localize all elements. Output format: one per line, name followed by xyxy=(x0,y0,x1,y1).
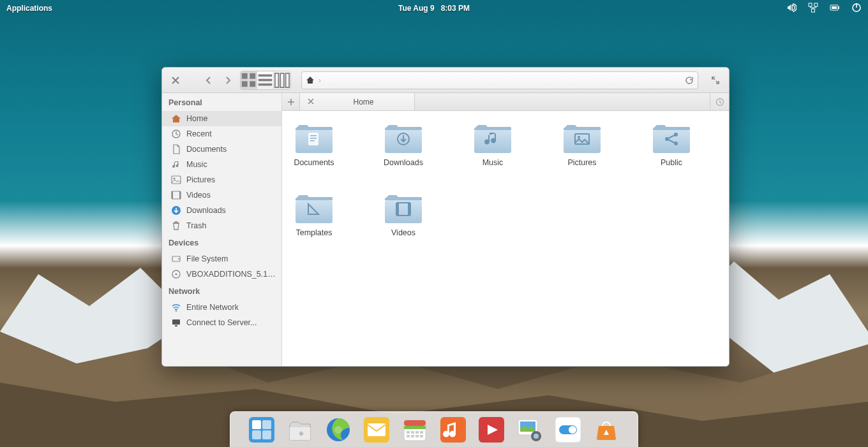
svg-rect-31 xyxy=(175,325,177,326)
view-icons-button[interactable] xyxy=(241,71,257,89)
sidebar-item-drive[interactable]: File System xyxy=(162,251,281,267)
svg-point-28 xyxy=(176,274,177,275)
dock xyxy=(230,411,638,447)
downloads-icon xyxy=(171,205,181,216)
view-list-button[interactable] xyxy=(257,71,274,89)
svg-point-43 xyxy=(578,136,580,138)
sidebar-item-wifi[interactable]: Entire Network xyxy=(162,300,281,315)
svg-rect-48 xyxy=(296,200,333,223)
refresh-button[interactable] xyxy=(685,76,694,87)
folder-pictures[interactable]: Pictures xyxy=(557,122,608,167)
dock-mail[interactable] xyxy=(363,416,391,444)
svg-rect-11 xyxy=(250,81,255,87)
folder-label: Downloads xyxy=(384,158,423,167)
path-home-crumb[interactable] xyxy=(306,76,315,85)
svg-rect-63 xyxy=(404,420,426,426)
document-icon xyxy=(171,144,181,154)
back-button[interactable] xyxy=(202,71,216,89)
power-icon[interactable] xyxy=(851,3,862,15)
svg-rect-13 xyxy=(258,79,272,82)
sidebar-item-label: Pictures xyxy=(186,175,215,184)
svg-rect-52 xyxy=(408,203,410,216)
svg-point-78 xyxy=(534,434,539,439)
view-columns-button[interactable] xyxy=(274,71,290,89)
clock[interactable]: Tue Aug 9 8:03 PM xyxy=(398,4,470,13)
svg-rect-0 xyxy=(809,3,812,6)
dock-photos[interactable] xyxy=(516,416,544,444)
tab-history-button[interactable] xyxy=(710,93,729,110)
new-tab-button[interactable] xyxy=(282,93,300,110)
trash-icon xyxy=(171,221,181,231)
battery-icon[interactable] xyxy=(830,3,840,15)
svg-rect-68 xyxy=(420,431,423,434)
monitor-icon xyxy=(171,318,181,328)
maximize-button[interactable] xyxy=(708,71,722,89)
sidebar-item-home[interactable]: Home xyxy=(162,111,281,126)
close-button[interactable] xyxy=(168,71,183,89)
sidebar-item-label: File System xyxy=(186,254,228,263)
svg-rect-4 xyxy=(838,6,839,9)
sidebar-item-disc[interactable]: VBOXADDITIONS_5.1.2... xyxy=(162,267,281,282)
svg-rect-71 xyxy=(415,435,419,437)
svg-rect-51 xyxy=(396,203,399,216)
dock-appcenter[interactable] xyxy=(592,416,620,444)
svg-rect-64 xyxy=(404,426,426,429)
folder-grid[interactable]: DocumentsDownloadsMusicPicturesPublicTem… xyxy=(282,111,729,366)
svg-point-59 xyxy=(334,426,342,434)
sidebar-item-trash[interactable]: Trash xyxy=(162,218,281,233)
folder-templates[interactable]: Templates xyxy=(288,193,340,237)
sidebar-item-label: Music xyxy=(186,160,207,169)
sidebar-item-downloads[interactable]: Downloads xyxy=(162,203,281,218)
folder-label: Videos xyxy=(391,228,415,237)
dock-browser[interactable] xyxy=(324,416,352,444)
dock-files[interactable] xyxy=(286,416,314,444)
dock-videos[interactable] xyxy=(477,416,505,444)
sidebar-item-monitor[interactable]: Connect to Server... xyxy=(162,315,281,330)
sidebar-item-label: Recent xyxy=(186,129,212,138)
sidebar-item-label: Videos xyxy=(186,191,211,200)
network-icon[interactable] xyxy=(808,3,818,15)
sidebar-header-personal: Personal xyxy=(162,93,281,111)
sidebar-item-videos[interactable]: Videos xyxy=(162,187,281,203)
folder-videos[interactable]: Videos xyxy=(378,193,429,237)
dock-music[interactable] xyxy=(439,416,467,444)
folder-music[interactable]: Music xyxy=(467,122,518,167)
svg-rect-23 xyxy=(179,191,181,199)
svg-rect-57 xyxy=(262,430,271,439)
dock-calendar[interactable] xyxy=(401,416,429,444)
svg-rect-22 xyxy=(172,191,173,199)
sidebar-item-label: Trash xyxy=(186,221,207,230)
svg-rect-19 xyxy=(172,176,181,184)
folder-label: Templates xyxy=(296,228,333,237)
folder-label: Pictures xyxy=(567,158,596,167)
svg-rect-1 xyxy=(814,3,818,6)
forward-button[interactable] xyxy=(221,71,235,89)
close-tab-button[interactable] xyxy=(308,98,314,106)
sidebar-item-document[interactable]: Documents xyxy=(162,142,281,157)
sidebar-item-label: Downloads xyxy=(186,206,226,215)
videos-icon xyxy=(171,190,181,200)
folder-documents[interactable]: Documents xyxy=(288,122,340,167)
svg-rect-2 xyxy=(812,9,815,12)
sidebar-item-pictures[interactable]: Pictures xyxy=(162,172,281,187)
folder-label: Documents xyxy=(294,158,334,167)
folder-public[interactable]: Public xyxy=(646,122,697,167)
applications-menu[interactable]: Applications xyxy=(6,4,52,13)
wifi-icon xyxy=(171,302,181,312)
svg-rect-14 xyxy=(258,84,272,86)
top-panel: Applications Tue Aug 9 8:03 PM xyxy=(0,0,868,17)
folder-downloads[interactable]: Downloads xyxy=(378,122,429,167)
tab-home[interactable]: Home xyxy=(300,93,415,110)
volume-icon[interactable] xyxy=(786,3,797,15)
sidebar-item-music[interactable]: Music xyxy=(162,157,281,172)
dock-settings[interactable] xyxy=(554,416,582,444)
dock-multitasking[interactable] xyxy=(248,416,276,444)
pathbar[interactable]: › xyxy=(301,71,698,89)
svg-rect-55 xyxy=(262,420,271,429)
titlebar[interactable]: › xyxy=(162,68,729,93)
svg-rect-16 xyxy=(280,73,284,87)
sidebar-header-devices: Devices xyxy=(162,233,281,251)
sidebar-item-label: Documents xyxy=(186,145,227,154)
sidebar-item-recent[interactable]: Recent xyxy=(162,126,281,142)
recent-icon xyxy=(171,129,181,139)
